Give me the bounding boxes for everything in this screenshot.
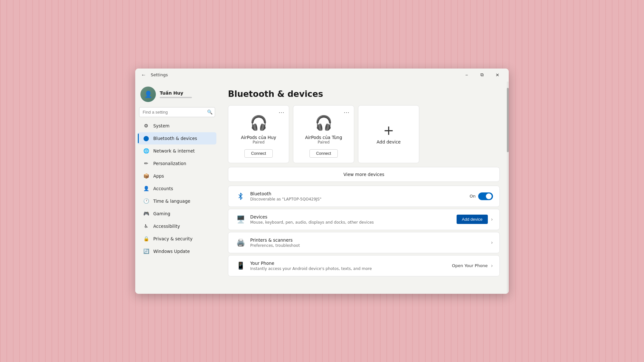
phone-chevron-icon: ›: [491, 263, 493, 269]
devices-row-text: Devices Mouse, keyboard, pen, audio, dis…: [250, 214, 457, 225]
printers-row[interactable]: 🖨️ Printers & scanners Preferences, trou…: [228, 232, 500, 253]
bluetooth-subtitle: Discoverable as "LAPTOP-5QO429JS": [250, 197, 470, 201]
sidebar-label-network: Network & internet: [153, 148, 195, 153]
scrollbar-thumb[interactable]: [507, 88, 509, 152]
headphones-icon-tung: 🎧: [315, 115, 333, 131]
toggle-label: On: [470, 194, 476, 199]
card-menu-button-tung[interactable]: ⋯: [342, 109, 351, 116]
phone-row[interactable]: 📱 Your Phone Instantly access your Andro…: [228, 255, 500, 276]
sidebar-label-system: System: [153, 123, 169, 128]
sidebar-label-accessibility: Accessibility: [153, 224, 180, 229]
phone-row-right: Open Your Phone ›: [452, 263, 493, 269]
system-icon: ⚙️: [143, 123, 149, 129]
add-device-label: Add device: [377, 139, 401, 144]
search-box[interactable]: 🔍: [139, 107, 215, 117]
scrollbar-track: [507, 81, 509, 294]
back-button[interactable]: ←: [139, 71, 148, 79]
search-input[interactable]: [139, 107, 215, 117]
gaming-icon: 🎮: [143, 210, 149, 217]
minimize-button[interactable]: −: [459, 70, 474, 80]
sidebar-item-accounts[interactable]: 👤 Accounts: [138, 182, 216, 195]
sidebar-label-bluetooth: Bluetooth & devices: [153, 136, 197, 141]
connect-button-tung[interactable]: Connect: [309, 149, 338, 158]
main-content: 👤 Tuấn Huy 🔍 ⚙️ System ⬤ Bluetooth & dev…: [135, 81, 509, 294]
sidebar-item-personalization[interactable]: ✏️ Personalization: [138, 157, 216, 170]
bluetooth-row[interactable]: Bluetooth Discoverable as "LAPTOP-5QO429…: [228, 186, 500, 207]
add-device-button[interactable]: Add device: [457, 215, 488, 224]
phone-title: Your Phone: [250, 261, 452, 266]
update-icon: 🔄: [143, 248, 149, 255]
user-section: 👤 Tuấn Huy: [135, 81, 219, 106]
avatar: 👤: [140, 87, 156, 102]
view-more-label: View more devices: [344, 172, 384, 177]
title-bar: ← Settings − ⧉ ✕: [135, 69, 509, 81]
accounts-icon: 👤: [143, 185, 149, 192]
devices-row-icon: 🖥️: [235, 214, 246, 225]
connect-button-huy[interactable]: Connect: [244, 149, 273, 158]
accessibility-icon: ♿: [143, 223, 149, 229]
sidebar-item-time[interactable]: 🕐 Time & language: [138, 195, 216, 207]
toggle-wrap: On: [470, 192, 493, 200]
sidebar-item-bluetooth[interactable]: ⬤ Bluetooth & devices: [138, 132, 216, 144]
user-bar: [160, 97, 192, 98]
sidebar-label-apps: Apps: [153, 173, 164, 179]
printers-row-text: Printers & scanners Preferences, trouble…: [250, 237, 491, 248]
personalization-icon: ✏️: [143, 160, 149, 167]
time-icon: 🕐: [143, 198, 149, 204]
devices-subtitle: Mouse, keyboard, pen, audio, displays an…: [250, 220, 457, 225]
phone-row-text: Your Phone Instantly access your Android…: [250, 261, 452, 271]
device-cards: ⋯ 🎧 AirPods của Huy Paired Connect ⋯ 🎧 A…: [228, 105, 500, 163]
devices-row-right: Add device ›: [457, 215, 493, 224]
sidebar-item-system[interactable]: ⚙️ System: [138, 120, 216, 132]
close-button[interactable]: ✕: [490, 70, 505, 80]
search-icon: 🔍: [207, 109, 213, 115]
apps-icon: 📦: [143, 173, 149, 179]
bluetooth-icon: ⬤: [143, 135, 149, 142]
window-controls: − ⧉ ✕: [459, 70, 505, 80]
restore-button[interactable]: ⧉: [475, 70, 489, 80]
bluetooth-toggle[interactable]: [478, 192, 493, 200]
printers-title: Printers & scanners: [250, 237, 491, 243]
add-device-card[interactable]: + Add device: [358, 105, 419, 163]
window-title: Settings: [151, 72, 168, 77]
sidebar-item-gaming[interactable]: 🎮 Gaming: [138, 208, 216, 220]
sidebar: 👤 Tuấn Huy 🔍 ⚙️ System ⬤ Bluetooth & dev…: [135, 81, 219, 294]
device-card-tung: ⋯ 🎧 AirPods của Tùng Paired Connect: [293, 105, 354, 163]
device-name-tung: AirPods của Tùng Paired: [305, 135, 342, 146]
phone-row-icon: 📱: [235, 260, 246, 272]
title-bar-left: ← Settings: [139, 71, 168, 79]
network-icon: 🌐: [143, 148, 149, 154]
privacy-icon: 🔒: [143, 236, 149, 242]
sidebar-item-privacy[interactable]: 🔒 Privacy & security: [138, 233, 216, 245]
sidebar-item-network[interactable]: 🌐 Network & internet: [138, 145, 216, 157]
devices-chevron-icon: ›: [491, 216, 493, 222]
phone-subtitle: Instantly access your Android device's p…: [250, 266, 452, 271]
page-title: Bluetooth & devices: [228, 89, 500, 99]
view-more-row[interactable]: View more devices: [228, 167, 500, 182]
open-phone-label[interactable]: Open Your Phone: [452, 263, 488, 268]
user-info: Tuấn Huy: [160, 90, 192, 98]
device-name-huy: AirPods của Huy Paired: [241, 135, 276, 146]
devices-row[interactable]: 🖥️ Devices Mouse, keyboard, pen, audio, …: [228, 209, 500, 230]
sidebar-label-personalization: Personalization: [153, 161, 186, 166]
devices-title: Devices: [250, 214, 457, 219]
headphones-icon-huy: 🎧: [250, 115, 268, 131]
settings-window: ← Settings − ⧉ ✕ 👤 Tuấn Huy 🔍: [135, 69, 509, 294]
printers-subtitle: Preferences, troubleshoot: [250, 243, 491, 248]
sidebar-label-update: Windows Update: [153, 249, 190, 254]
sidebar-label-privacy: Privacy & security: [153, 236, 193, 241]
sidebar-item-apps[interactable]: 📦 Apps: [138, 170, 216, 182]
bluetooth-row-icon: [235, 190, 246, 202]
bluetooth-row-text: Bluetooth Discoverable as "LAPTOP-5QO429…: [250, 191, 470, 201]
bluetooth-title: Bluetooth: [250, 191, 470, 196]
sidebar-label-time: Time & language: [153, 199, 190, 204]
sidebar-label-gaming: Gaming: [153, 211, 170, 216]
bluetooth-row-right: On: [470, 192, 493, 200]
sidebar-item-update[interactable]: 🔄 Windows Update: [138, 245, 216, 257]
sidebar-label-accounts: Accounts: [153, 186, 173, 191]
sidebar-item-accessibility[interactable]: ♿ Accessibility: [138, 220, 216, 232]
user-name: Tuấn Huy: [160, 90, 192, 96]
content-area: Bluetooth & devices ⋯ 🎧 AirPods của Huy …: [219, 81, 509, 294]
card-menu-button-huy[interactable]: ⋯: [277, 109, 286, 116]
printers-row-right: ›: [491, 239, 493, 246]
